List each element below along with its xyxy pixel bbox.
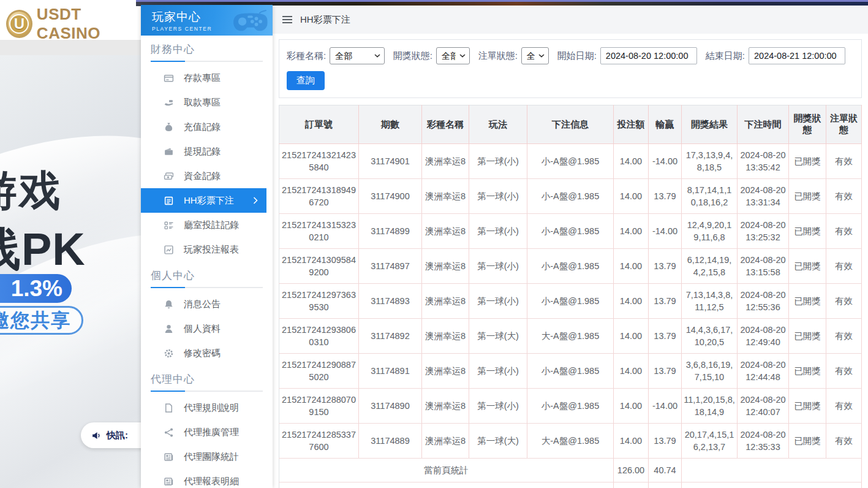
table-cell: 大-A盤@1.985 (527, 319, 614, 354)
lottery-name-label: 彩種名稱: (287, 50, 326, 62)
table-cell: 已開獎 (789, 389, 826, 424)
sidebar-item-withdraw-zone[interactable]: 取款專區 (141, 90, 266, 115)
table-cell: 小-A盤@1.985 (527, 249, 614, 284)
sidebar-item-change-password[interactable]: 修改密碼 (141, 341, 266, 365)
start-date-label: 開始日期: (557, 50, 597, 62)
column-header: 投注額 (614, 105, 649, 144)
document-icon (163, 403, 174, 413)
table-row: 215217241297363953031174893澳洲幸运8第一球(小)小-… (279, 284, 862, 319)
sidebar-item-agent-promotion[interactable]: 代理推廣管理 (141, 420, 266, 444)
sidebar: 玩家中心 PLAYERS CENTER 財務中心存款專區取款專區充值記錄提現記錄… (141, 5, 273, 488)
table-row: 215217241293806031031174892澳洲幸运8第一球(大)大-… (279, 319, 862, 354)
column-header: 下注信息 (527, 105, 614, 144)
search-button[interactable]: 查詢 (287, 71, 325, 90)
table-cell: 澳洲幸运8 (422, 249, 469, 284)
site-logo[interactable]: U USDT CASINO (6, 5, 141, 43)
sidebar-item-label: 代理規則說明 (184, 402, 239, 414)
column-header: 開獎結果 (682, 105, 738, 144)
sidebar-item-agent-report-detail[interactable]: 代理報表明細 (141, 469, 266, 488)
table-cell: 20,17,4,15,16,2,13,7 (682, 424, 738, 459)
section-divider (151, 61, 263, 62)
sidebar-item-label: 代理推廣管理 (184, 427, 239, 438)
table-cell: 31174891 (359, 354, 422, 389)
table-cell: 2024-08-20 12:35:33 (738, 424, 789, 459)
column-header: 玩法 (469, 105, 527, 144)
banner-headline-1: 游戏 (0, 163, 62, 219)
table-cell: 第一球(大) (469, 319, 527, 354)
table-cell: 澳洲幸运8 (422, 214, 469, 249)
sidebar-item-label: 提現記錄 (184, 146, 221, 158)
sidebar-item-label: 資金記錄 (184, 170, 221, 182)
bets-table-body: 215217241321423584031174901澳洲幸运8第一球(小)小-… (279, 144, 862, 488)
lottery-name-select[interactable]: 全部 (330, 47, 385, 64)
table-cell: 13.79 (649, 319, 682, 354)
table-cell: 3,6,8,16,19,7,15,10 (682, 354, 738, 389)
table-cell: 2152172412908875020 (279, 354, 359, 389)
banknotes-icon (163, 171, 174, 181)
sidebar-item-funds-record[interactable]: 資金記錄 (141, 164, 266, 188)
table-cell: 14.00 (614, 144, 649, 179)
wallet-icon (163, 147, 174, 157)
table-row: 215217241309584920031174897澳洲幸运8第一球(小)小-… (279, 249, 862, 284)
table-cell: 13.79 (649, 354, 682, 389)
table-cell: 31174890 (359, 389, 422, 424)
news-icon (163, 476, 174, 487)
news-ticker[interactable]: 快訊: (81, 422, 141, 448)
table-cell: 31174893 (359, 284, 422, 319)
table-cell: 2152172412853377600 (279, 424, 359, 459)
sidebar-item-agent-team-stats[interactable]: 代理團隊統計 (141, 444, 266, 469)
table-row: 215217241318949672031174900澳洲幸运8第一球(小)小-… (279, 179, 862, 214)
table-cell: 31174892 (359, 319, 422, 354)
sidebar-item-announcements[interactable]: 消息公告 (141, 292, 266, 316)
sidebar-item-label: 充值記錄 (184, 121, 221, 133)
table-cell: 31174889 (359, 424, 422, 459)
bets-table: 訂單號期數彩種名稱玩法下注信息投注額輸贏開獎結果下注時間開獎狀態注單狀態 215… (279, 105, 862, 488)
bell-icon (163, 299, 174, 310)
end-date-input[interactable] (749, 47, 845, 64)
table-row: 215217241321423584031174901澳洲幸运8第一球(小)小-… (279, 144, 862, 179)
filter-panel: 彩種名稱: 全部 開獎狀態: 全部 注單狀態: 全部 開始日期: 結束日期: (279, 39, 862, 98)
summary-empty (682, 459, 862, 482)
start-date-input[interactable] (600, 47, 697, 64)
table-cell: 2024-08-20 13:31:34 (738, 179, 789, 214)
bets-table-wrap: 訂單號期數彩種名稱玩法下注信息投注額輸贏開獎結果下注時間開獎狀態注單狀態 215… (279, 105, 862, 488)
table-cell: 14.00 (614, 249, 649, 284)
table-cell: 第一球(大) (469, 424, 527, 459)
sidebar-item-label: 代理團隊統計 (184, 451, 239, 463)
summary-label: 當前頁統計 (279, 459, 614, 482)
table-row: 215217241285337760031174889澳洲幸运8第一球(大)大-… (279, 424, 862, 459)
table-cell: 第一球(小) (469, 214, 527, 249)
table-cell: 14.00 (614, 424, 649, 459)
logo-text: USDT CASINO (37, 5, 141, 43)
sidebar-item-deposit-zone[interactable]: 存款專區 (141, 66, 266, 90)
table-cell: 13.79 (649, 424, 682, 459)
table-cell: 2024-08-20 12:40:07 (738, 389, 789, 424)
sidebar-item-profile[interactable]: 個人資料 (141, 316, 266, 341)
sidebar-item-agent-rules[interactable]: 代理規則說明 (141, 395, 266, 420)
order-status-select[interactable]: 全部 (521, 47, 549, 64)
sidebar-item-hh-lottery-bets[interactable]: HH彩票下注 (141, 188, 266, 213)
sidebar-item-player-bet-report[interactable]: 玩家投注報表 (141, 237, 266, 262)
summary-row: 當前頁統計126.0040.74 (279, 459, 862, 482)
table-cell: 小-A盤@1.985 (527, 284, 614, 319)
table-cell: 2024-08-20 12:49:40 (738, 319, 789, 354)
table-cell: 11,1,20,15,8,18,14,9 (682, 389, 738, 424)
sidebar-item-cashout-record[interactable]: 提現記錄 (141, 139, 266, 164)
table-cell: 已開獎 (789, 354, 826, 389)
share-icon (163, 427, 174, 438)
table-cell: 2152172412880709150 (279, 389, 359, 424)
table-cell: 澳洲幸运8 (422, 389, 469, 424)
table-cell: 小-A盤@1.985 (527, 389, 614, 424)
summary-row: 總統計126.0040.74 (279, 482, 862, 488)
hamburger-icon[interactable] (282, 15, 293, 24)
table-cell: 2024-08-20 13:35:42 (738, 144, 789, 179)
draw-status-select[interactable]: 全部 (436, 47, 470, 64)
column-header: 輸贏 (649, 105, 682, 144)
sidebar-item-label: 取款專區 (184, 97, 221, 109)
table-cell: 14.00 (614, 179, 649, 214)
table-cell: 第一球(小) (469, 284, 527, 319)
sidebar-item-room-bet-record[interactable]: 廳室投註記錄 (141, 213, 266, 237)
sidebar-item-recharge-record[interactable]: 充值記錄 (141, 115, 266, 139)
header-divider-strip (0, 40, 141, 55)
table-cell: 12,4,9,20,19,11,6,8 (682, 214, 738, 249)
